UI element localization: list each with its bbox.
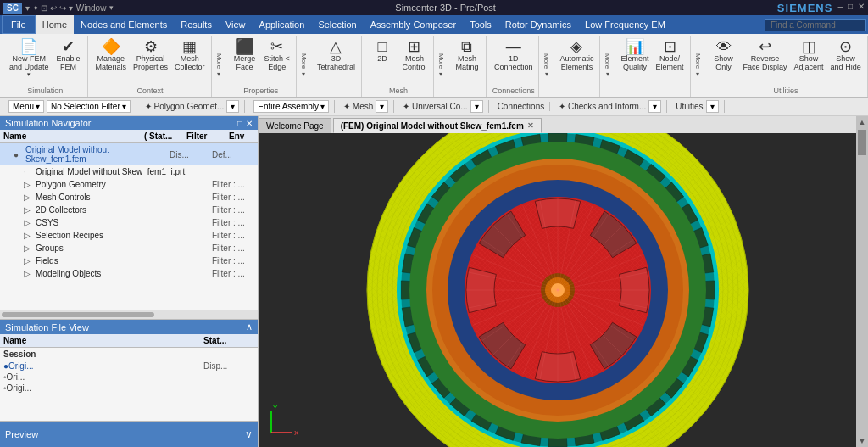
tree-item-polygon[interactable]: ▷ Polygon Geometry Filter : ... — [0, 178, 258, 191]
menu-item-tools[interactable]: Tools — [463, 15, 498, 34]
tree-item-modeling[interactable]: ▷ Modeling Objects Filter : ... — [0, 267, 258, 280]
polygon-dropdown[interactable]: ▾ — [226, 100, 239, 113]
col-filter: Filter — [186, 131, 229, 141]
ribbon-btn-show-hide[interactable]: ⊙ Showand Hide — [828, 37, 864, 73]
tree-item-fem[interactable]: ● Original Model without Skew_fem1.fem D… — [0, 143, 258, 165]
preview-title: Preview — [0, 427, 240, 441]
menu-item-nodes[interactable]: Nodes and Elements — [74, 15, 174, 34]
tree-item-prt[interactable]: · Original Model without Skew_fem1_i.prt — [0, 165, 258, 178]
tree-item-2d-collectors[interactable]: ▷ 2D Collectors Filter : ... — [0, 204, 258, 216]
preview-expand-btn[interactable]: ∨ — [240, 427, 258, 442]
mesh-dropdown[interactable]: ▾ — [376, 100, 388, 113]
assembly-dropdown[interactable]: Entire Assembly ▾ — [253, 100, 329, 113]
ribbon-btn-reverse[interactable]: ↩ ReverseFace Display — [741, 37, 790, 73]
ribbon-btn-2d[interactable]: □ 2D — [367, 37, 398, 64]
app-icon: SC — [3, 3, 22, 14]
ribbon-btn-physical[interactable]: ⚙ PhysicalProperties — [131, 37, 170, 73]
ribbon-more6[interactable]: More ▾ — [693, 36, 704, 97]
ribbon-btn-element-quality[interactable]: 📊 ElementQuality — [618, 37, 651, 73]
ribbon-btn-stitch[interactable]: ✂ Stitch <Edge — [262, 37, 292, 73]
menu-item-application[interactable]: Application — [253, 15, 312, 34]
modeling-icon: ▷ — [24, 269, 36, 278]
ribbon-group-label-simulation: Simulation — [27, 87, 63, 95]
nav-scrollbar[interactable] — [0, 310, 258, 319]
tree-item-groups[interactable]: ▷ Groups Filter : ... — [0, 242, 258, 254]
ribbon-more3[interactable]: More ▾ — [436, 36, 447, 97]
mesh-controls-name: Mesh Controls — [36, 193, 170, 202]
navigator-header[interactable]: Simulation Navigator □ ✕ — [0, 116, 258, 130]
menu-item-home[interactable]: Home — [36, 15, 74, 34]
viewport[interactable]: // This is handled inline Y X — [259, 133, 856, 447]
ribbon-btn-show-adjacent[interactable]: ◫ ShowAdjacent — [792, 37, 826, 73]
tab-welcome[interactable]: Welcome Page — [259, 118, 331, 133]
utilities-dropdown[interactable]: ▾ — [706, 100, 719, 113]
ribbon-btn-show-only[interactable]: 👁 ShowOnly — [709, 37, 739, 73]
menu-item-view[interactable]: View — [219, 15, 253, 34]
menu-item-file[interactable]: File — [2, 15, 36, 34]
close-button[interactable]: ✕ — [858, 2, 865, 14]
file-view-content: Session ●Origi... Disp... ◦Ori... ◦Origi… — [0, 348, 258, 421]
auto-elements-icon: ◈ — [570, 39, 582, 54]
ribbon-btn-mesh-mating[interactable]: ⧉ MeshMating — [452, 37, 482, 73]
ribbon-btn-enable-fem[interactable]: ✔ EnableFEM — [53, 37, 84, 73]
maximize-button[interactable]: □ — [848, 2, 853, 14]
selection-filter-dropdown[interactable]: No Selection Filter ▾ — [47, 100, 131, 113]
tree-item-selection-recipes[interactable]: ▷ Selection Recipes Filter : ... — [0, 229, 258, 242]
navigator-collapse-btn[interactable]: □ — [237, 119, 242, 128]
menu-item-selection[interactable]: Selection — [311, 15, 363, 34]
merge-icon: ⬛ — [236, 39, 254, 54]
mesh-control-icon: ⊞ — [408, 39, 420, 54]
command-search[interactable] — [765, 19, 866, 31]
context-section-checks: ✦ Checks and Inform... ▾ — [554, 100, 667, 113]
ribbon-more2[interactable]: More ▾ — [298, 36, 309, 97]
ribbon-btn-auto-elements[interactable]: ◈ AutomaticElements — [557, 37, 596, 73]
ribbon-btn-3d-tetra[interactable]: △ 3DTetrahedral — [314, 37, 358, 73]
ribbon-btn-node-element[interactable]: ⊡ Node/Element — [654, 37, 687, 73]
preview-panel: Preview ∨ — [0, 422, 258, 447]
show-only-icon: 👁 — [716, 39, 732, 54]
menu-item-lowfreq[interactable]: Low Frequency EM — [578, 15, 672, 34]
menu-item-results[interactable]: Results — [174, 15, 219, 34]
file-item-2[interactable]: ◦Ori... — [0, 372, 258, 383]
ribbon-more4[interactable]: More ▾ — [541, 36, 552, 97]
minimize-button[interactable]: – — [837, 2, 843, 14]
menu-item-rotor[interactable]: Rotor Dynamics — [498, 15, 578, 34]
groups-filter: Filter : ... — [212, 243, 254, 253]
ribbon-more1[interactable]: More ▾ — [214, 36, 225, 97]
file-item-3[interactable]: ◦Origi... — [0, 383, 258, 394]
file-item-3-name: ◦Origi... — [3, 383, 203, 393]
file-item-1[interactable]: ●Origi... Disp... — [0, 360, 258, 372]
ribbon-btn-new-fem[interactable]: 📄 New FEMand Update ▾ — [7, 37, 52, 80]
scroll-up-btn[interactable]: ▲ — [856, 116, 868, 128]
main-content: Welcome Page (FEM) Original Model withou… — [259, 116, 856, 447]
tab-fem-close[interactable]: ✕ — [527, 121, 534, 130]
polygon-label: ✦ Polygon Geomet... — [145, 102, 225, 111]
file-section-session: Session — [0, 348, 258, 360]
file-view-header[interactable]: Simulation File View ∧ — [0, 320, 258, 334]
tree-content: ● Original Model without Skew_fem1.fem D… — [0, 143, 258, 310]
tree-item-fields[interactable]: ▷ Fields Filter : ... — [0, 254, 258, 267]
checks-dropdown[interactable]: ▾ — [648, 100, 661, 113]
tree-item-csys[interactable]: ▷ CSYS Filter : ... — [0, 216, 258, 229]
ribbon-btn-1d-conn[interactable]: — 1DConnection — [492, 37, 536, 73]
navigator-pin-btn[interactable]: ✕ — [246, 119, 253, 128]
ribbon-more5[interactable]: More ▾ — [602, 36, 613, 97]
ribbon-btn-merge[interactable]: ⬛ MergeFace — [230, 37, 260, 73]
window-menu-arrow: ▾ — [109, 3, 114, 12]
window-menu[interactable]: Window — [76, 3, 107, 13]
ribbon-group-label-connections: Connections — [492, 87, 535, 95]
menu-item-assembly[interactable]: Assembly Composer — [364, 15, 463, 34]
menu-dropdown[interactable]: Menu ▾ — [8, 100, 44, 113]
ribbon-btn-mesh-control[interactable]: ⊞ MeshControl — [399, 37, 430, 73]
2d-collectors-name: 2D Collectors — [36, 205, 170, 215]
context-section-assembly: Entire Assembly ▾ — [248, 100, 335, 113]
universal-dropdown[interactable]: ▾ — [470, 100, 483, 113]
right-scrollbar[interactable]: ▲ ▼ — [856, 116, 868, 447]
tab-fem[interactable]: (FEM) Original Model without Skew_fem1.f… — [333, 118, 542, 133]
ribbon-btn-manage[interactable]: 🔶 ManageMaterials — [93, 37, 130, 73]
ribbon-btn-mesh-collector[interactable]: ▦ MeshCollector — [172, 37, 208, 73]
navigator-title: Simulation Navigator — [5, 118, 92, 128]
scroll-down-btn[interactable]: ▼ — [856, 435, 868, 447]
tree-item-mesh-controls[interactable]: ▷ Mesh Controls Filter : ... — [0, 191, 258, 204]
scrollbar-thumb[interactable] — [858, 130, 866, 155]
